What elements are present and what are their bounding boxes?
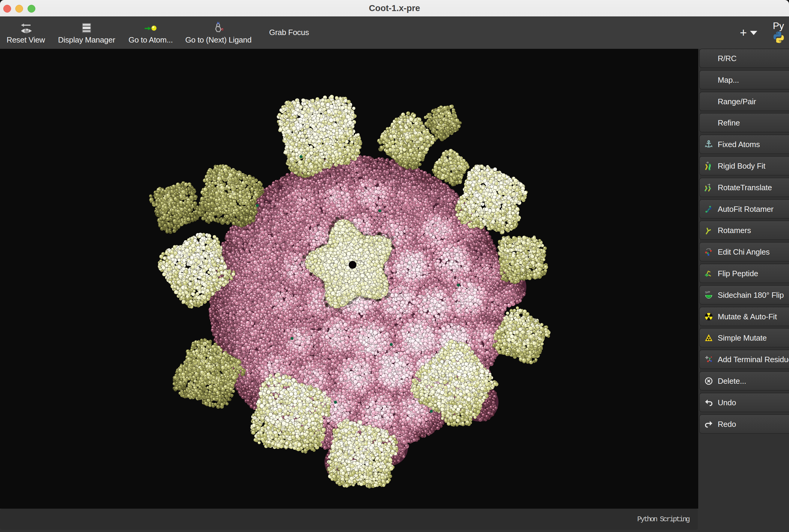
svg-text:N: N (217, 22, 219, 25)
svg-text:O: O (221, 27, 224, 31)
svg-text:Side: Side (705, 290, 711, 294)
